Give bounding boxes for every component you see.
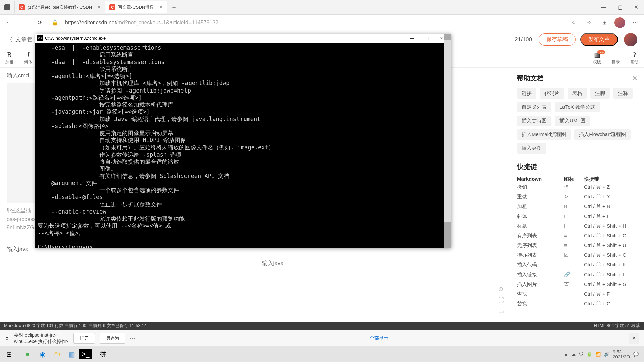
close-icon[interactable]: ✕	[629, 333, 639, 344]
bold-label: 加粗	[5, 59, 13, 65]
help-chip[interactable]: 插入类图	[517, 143, 546, 154]
taskbar: ⊞ ● ◉ 🗀 ▥ >_ 拼 ▲ ☁ 🛡 🔋 📶 🔊 9:53 2021/3/9…	[0, 346, 644, 362]
favorite-icon[interactable]: ☆	[568, 17, 579, 28]
tray-icon[interactable]: ☁	[571, 352, 576, 357]
menu-icon[interactable]: ⋯	[630, 17, 641, 28]
help-button[interactable]: ? 帮助	[625, 48, 644, 67]
ime-icon[interactable]: 拼	[96, 347, 110, 361]
close-button[interactable]: ✕	[628, 0, 644, 15]
shortcut-row: 有序列表≡Ctrl / ⌘ + Shift + O	[517, 231, 637, 241]
scroll-up[interactable]	[444, 34, 451, 40]
new-tab-button[interactable]: ＋	[167, 1, 181, 13]
status-left: Markdown 6820 字数 101 行数 当前行 100, 当前列 6 文…	[4, 323, 147, 329]
shortcuts-title: 快捷键	[517, 162, 637, 171]
tab-app[interactable]	[0, 1, 15, 13]
explorer-icon[interactable]: 🗀	[50, 347, 64, 361]
bold-icon: B	[7, 51, 11, 59]
shortcut-row: 待办列表☑Ctrl / ⌘ + Shift + C	[517, 250, 637, 260]
template-label: 模版	[593, 59, 601, 65]
scroll-down[interactable]	[444, 242, 451, 248]
help-title: 帮助文档	[517, 74, 544, 83]
volume-icon[interactable]: 🔊	[604, 352, 609, 357]
close-icon[interactable]: ✕	[159, 5, 163, 10]
italic-label: 斜体	[24, 59, 32, 65]
more-icon[interactable]: ···	[130, 335, 135, 342]
scrollbar[interactable]	[444, 34, 451, 248]
clock[interactable]: 9:53 2021/3/9	[613, 349, 630, 359]
cmd-icon[interactable]: >_	[79, 349, 92, 359]
layout-icon[interactable]: ▭	[498, 308, 504, 315]
maximize-button[interactable]: ▢	[612, 0, 628, 15]
wifi-icon[interactable]: 📶	[595, 352, 601, 357]
open-button[interactable]: 打开	[73, 333, 95, 344]
help-chip[interactable]: 代码片	[540, 88, 564, 99]
help-chip[interactable]: 自定义列表	[517, 102, 551, 112]
forward-button[interactable]: →	[19, 17, 30, 28]
lock-icon: 🔒	[50, 17, 60, 28]
start-button[interactable]: ⊞	[2, 347, 16, 361]
edge-icon[interactable]: ◉	[35, 347, 49, 361]
new-badge: new	[597, 50, 605, 54]
help-chip[interactable]: 插入Mermaid流程图	[517, 129, 571, 140]
url-field[interactable]: https://editor.csdn.net/md?not_checkout=…	[65, 20, 564, 26]
shortcut-row: 撤销↺Ctrl / ⌘ + Z	[517, 182, 637, 192]
cmd-titlebar[interactable]: C:\ C:\Windows\system32\cmd.exe — ▢ ✕	[35, 34, 451, 43]
refresh-button[interactable]: ⟳	[34, 17, 45, 28]
back-icon[interactable]: 〈	[7, 36, 13, 44]
tray-icon[interactable]: 🛡	[579, 352, 583, 357]
breadcrumb[interactable]: 文章管	[15, 36, 33, 43]
help-chip[interactable]: 注脚	[590, 88, 610, 99]
publish-button[interactable]: 发布文章	[580, 33, 618, 46]
help-chip[interactable]: 插入甘特图	[517, 116, 551, 126]
minimize-button[interactable]: —	[596, 0, 612, 15]
help-chip[interactable]: 插入Flowchart流程图	[574, 129, 631, 140]
tray-icon[interactable]: 🔋	[587, 352, 592, 357]
favicon-csdn: C	[109, 4, 115, 10]
close-icon[interactable]: ✕	[632, 75, 637, 82]
user-avatar[interactable]	[624, 33, 637, 46]
help-chip[interactable]: LaTeX 数学公式	[555, 102, 600, 112]
file-icon: 🗎	[5, 336, 9, 341]
col-shortcut: 快捷键	[584, 176, 637, 182]
col-markdown: Markdown	[517, 176, 564, 182]
sync-scroll-icon[interactable]: ⊕	[498, 285, 504, 293]
notifications-icon[interactable]: 💬	[633, 352, 639, 357]
maximize-button[interactable]: ▢	[419, 34, 434, 43]
profile-avatar[interactable]	[614, 17, 625, 28]
extensions-icon[interactable]: ⊞	[599, 17, 610, 28]
shortcut-row: 插入链接🔗Ctrl / ⌘ + Shift + L	[517, 270, 637, 280]
scroll-thumb[interactable]	[444, 222, 451, 242]
show-all-link[interactable]: 全部显示	[370, 335, 388, 341]
collections-icon[interactable]: ✧	[584, 17, 594, 28]
close-icon[interactable]: ✕	[97, 5, 101, 10]
help-chip[interactable]: 链接	[517, 88, 536, 99]
toc-icon: ≡	[614, 51, 618, 59]
toc-label: 目录	[612, 59, 620, 65]
save-draft-button[interactable]: 保存草稿	[539, 33, 576, 46]
download-text: 要对 eclipse-inst-jre- win6....exe 执行什么操作?	[14, 332, 69, 344]
tab-label: 写文章-CSDN博客	[118, 4, 154, 10]
shortcut-row: 查找Ctrl / ⌘ + F	[517, 289, 637, 299]
help-panel: 帮助文档 ✕ 链接代码片表格注脚注释自定义列表LaTeX 数学公式插入甘特图插入…	[510, 68, 644, 322]
status-right: HTML 864 字数 51 段落	[594, 323, 640, 329]
template-button[interactable]: ▥ new 模版	[588, 48, 606, 67]
bold-button[interactable]: B 加粗	[0, 48, 19, 67]
fullscreen-icon[interactable]: ⛶	[498, 297, 504, 304]
cmd-output[interactable]: -esa | -enablesystemassertions 启用系统断言 -d…	[35, 43, 451, 248]
url-path: /md?not_checkout=1&articleId=114578132	[116, 20, 218, 25]
tab-label: (1条消息)eclipse安装教程- CSDN	[28, 4, 92, 10]
tab-1[interactable]: C (1条消息)eclipse安装教程- CSDN ✕	[15, 1, 105, 13]
wechat-icon[interactable]: ●	[20, 347, 35, 361]
saveas-button[interactable]: 另存为	[100, 333, 125, 344]
help-chip[interactable]: 表格	[568, 88, 587, 99]
back-button[interactable]: ←	[3, 17, 14, 28]
url-host: https://editor.csdn.net	[65, 20, 116, 25]
tab-2[interactable]: C 写文章-CSDN博客 ✕	[105, 1, 167, 13]
toc-button[interactable]: ≡ 目录	[606, 48, 625, 67]
help-chip[interactable]: 插入UML图	[555, 116, 590, 126]
help-chip[interactable]: 注释	[613, 88, 633, 99]
tray-icon[interactable]: ▲	[564, 352, 568, 357]
minimize-button[interactable]: —	[405, 34, 419, 43]
settings-icon[interactable]: ▥	[65, 347, 79, 361]
shortcut-row: 无序列表≡Ctrl / ⌘ + Shift + U	[517, 241, 637, 250]
